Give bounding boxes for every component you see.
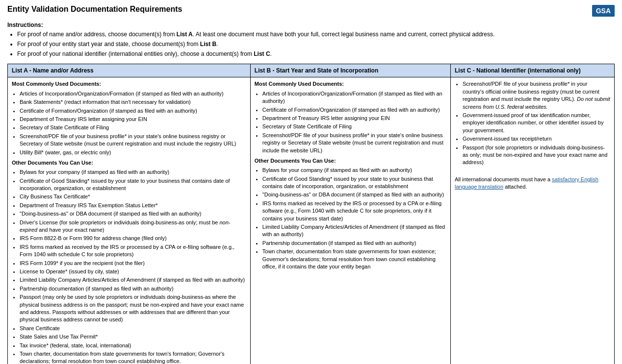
- list-item: "Doing-business-as" or DBA document (if …: [20, 210, 246, 218]
- list-item: Passport (for sole proprietors or indivi…: [463, 144, 610, 167]
- list-item: City Business Tax Certificate*: [20, 193, 246, 200]
- list-a-ref: List A: [177, 31, 193, 38]
- list-item: Certificate of Formation/Organization (i…: [20, 107, 246, 115]
- col-a-other-list: Bylaws for your company (if stamped as f…: [12, 169, 246, 364]
- list-item: Screenshot/PDF file of your business pro…: [20, 133, 246, 148]
- list-item: Bylaws for your company (if stamped as f…: [20, 169, 246, 176]
- list-item: Bylaws for your company (if stamped as f…: [262, 167, 446, 174]
- list-item: Government-issued proof of tax identific…: [463, 112, 610, 134]
- list-item: Screenshot/PDF file of your business pro…: [463, 80, 610, 111]
- list-item: Department of Treasury IRS letter assign…: [20, 116, 246, 123]
- list-item: Certificate of Formation/Organization (i…: [262, 106, 446, 114]
- col-b-other-label: Other Documents You Can Use:: [255, 157, 446, 165]
- list-item: License to Operate* (issued by city, sta…: [20, 268, 246, 275]
- list-item: Town charter, documentation from state g…: [262, 248, 446, 270]
- gsa-badge: GSA: [592, 5, 615, 17]
- list-item: IRS Form 8822-B or Form 990 for address …: [20, 235, 246, 242]
- list-item: State Sales and Use Tax Permit*: [20, 333, 246, 340]
- col-a-other-label: Other Documents You Can Use:: [12, 159, 246, 167]
- col-b-header: List B - Start Year and State of Incorpo…: [250, 64, 450, 77]
- list-item: Passport (may only be used by sole propr…: [20, 293, 246, 324]
- list-item: "Doing-business-as" or DBA document (if …: [262, 191, 446, 198]
- instruction-item-3: For proof of your national identifier (i…: [17, 50, 615, 58]
- instructions-list: For proof of name and/or address, choose…: [7, 30, 615, 58]
- col-a-header: List A - Name and/or Address: [8, 64, 251, 77]
- list-item: Secretary of State Certificate of Filing: [20, 124, 246, 131]
- list-c-ref: List C: [254, 50, 270, 57]
- list-item: Certificate of Good Standing* issued by …: [20, 177, 246, 193]
- col-b-other-list: Bylaws for your company (if stamped as f…: [255, 167, 446, 270]
- col-a-most-common-list: Articles of Incorporation/Organization/F…: [12, 90, 246, 156]
- page-title: Entity Validation Documentation Requirem…: [7, 5, 182, 14]
- list-item: IRS forms marked as received by the IRS …: [20, 243, 246, 259]
- list-item: Articles of Incorporation/Organization/F…: [20, 90, 246, 97]
- list-item: Government-issued tax receipt/return: [463, 135, 610, 143]
- instructions-section: Instructions: For proof of name and/or a…: [7, 22, 615, 58]
- instruction-item-1: For proof of name and/or address, choose…: [17, 30, 615, 39]
- list-item: Share Certificate: [20, 325, 246, 332]
- translation-link[interactable]: satisfactory English language translatio…: [455, 176, 598, 190]
- list-item: Articles of Incorporation/Organization/F…: [262, 90, 446, 105]
- list-item: IRS forms marked as received by the IRS …: [262, 200, 446, 222]
- list-item: Screenshot/PDF file of your business pro…: [262, 132, 446, 154]
- list-item: Certificate of Good Standing* issued by …: [262, 175, 446, 191]
- col-c-header: List C - National Identifier (internatio…: [451, 64, 615, 77]
- main-table: List A - Name and/or Address List B - St…: [7, 64, 615, 364]
- list-item: Limited Liability Company Articles/Artic…: [262, 223, 446, 239]
- list-item: Department of Treasury IRS letter assign…: [262, 115, 446, 122]
- list-item: Driver's License (for sole proprietors o…: [20, 219, 246, 234]
- list-item: Tax invoice* (federal, state, local, int…: [20, 342, 246, 349]
- list-item: Secretary of State Certificate of Filing: [262, 123, 446, 130]
- col-a-most-common-label: Most Commonly Used Documents:: [12, 80, 246, 88]
- table-content-row: Most Commonly Used Documents: Articles o…: [8, 77, 615, 364]
- list-item: Utility Bill* (water, gas, or electric o…: [20, 149, 246, 156]
- do-not-submit-note: Do not submit screens from U.S. federal …: [463, 96, 610, 109]
- col-b-content: Most Commonly Used Documents: Articles o…: [250, 77, 450, 364]
- col-b-most-common-label: Most Commonly Used Documents:: [255, 80, 446, 88]
- list-item: Partnership documentation (if stamped as…: [262, 240, 446, 247]
- page-header: Entity Validation Documentation Requirem…: [7, 5, 615, 17]
- col-c-footer: All international documents must have a …: [455, 176, 610, 191]
- list-b-ref: List B: [200, 41, 216, 48]
- list-item: Partnership documentation (if stamped as…: [20, 285, 246, 292]
- col-a-content: Most Commonly Used Documents: Articles o…: [8, 77, 251, 364]
- col-c-content: Screenshot/PDF file of your business pro…: [451, 77, 615, 364]
- col-b-most-common-list: Articles of Incorporation/Organization/F…: [255, 90, 446, 154]
- instruction-item-2: For proof of your entity start year and …: [17, 40, 615, 49]
- list-item: Department of Treasury IRS Tax Exemption…: [20, 202, 246, 209]
- list-item: Bank Statements* (redact information tha…: [20, 98, 246, 106]
- list-item: Town charter, documentation from state g…: [20, 350, 246, 364]
- list-item: Limited Liability Company Articles/Artic…: [20, 276, 246, 284]
- col-c-list: Screenshot/PDF file of your business pro…: [455, 80, 610, 166]
- list-item: IRS Form 1099* if you are the recipient …: [20, 260, 246, 267]
- table-header-row: List A - Name and/or Address List B - St…: [8, 64, 615, 77]
- instructions-label: Instructions:: [7, 22, 615, 28]
